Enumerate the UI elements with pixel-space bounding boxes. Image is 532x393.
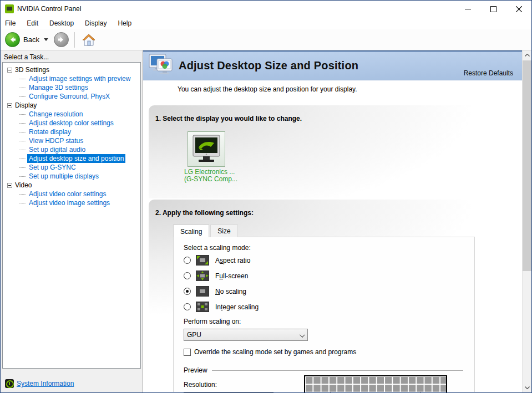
main-content: Adjust Desktop Size and Position Restore…	[143, 50, 531, 392]
tab-scaling[interactable]: Scaling	[173, 224, 209, 237]
settings-tabs: Scaling Size	[173, 224, 521, 237]
tree-item-set-up-digital-audio[interactable]: Set up digital audio	[3, 145, 140, 154]
display-select-section: 1. Select the display you would like to …	[149, 105, 521, 198]
back-button[interactable]	[5, 32, 20, 47]
tree-item-adjust-image-settings[interactable]: Adjust image settings with preview	[3, 74, 140, 83]
mode-aspect-ratio[interactable]: Aspect ratio	[184, 255, 474, 266]
tree-item-manage-3d-settings[interactable]: Manage 3D settings	[3, 83, 140, 92]
task-tree: 3D Settings Adjust image settings with p…	[2, 62, 141, 369]
mode-integer-scaling[interactable]: Integer scaling	[184, 302, 474, 312]
tree-item-configure-surround-physx[interactable]: Configure Surround, PhysX	[3, 92, 140, 101]
tree-item-rotate-display[interactable]: Rotate display	[3, 127, 140, 136]
collapse-icon[interactable]	[7, 103, 12, 108]
title-bar: NVIDIA Control Panel	[1, 1, 531, 17]
back-label: Back	[23, 35, 39, 44]
no-scaling-radio[interactable]	[184, 288, 191, 295]
preview-group: Preview	[184, 366, 474, 374]
override-row[interactable]: Override the scaling mode set by games a…	[184, 348, 474, 356]
tree-item-set-up-gsync[interactable]: Set up G-SYNC	[3, 163, 140, 172]
perform-scaling-label: Perform scaling on:	[184, 318, 474, 325]
section2-heading: 2. Apply the following settings:	[149, 200, 521, 217]
menu-help[interactable]: Help	[113, 18, 136, 28]
maximize-icon	[490, 6, 496, 12]
toolbar-separator	[74, 32, 75, 48]
home-button[interactable]	[80, 32, 97, 48]
minimize-icon	[465, 6, 471, 12]
home-icon	[82, 34, 95, 46]
info-icon	[5, 379, 14, 388]
display-name: LG Electronics ... (G-SYNC Comp...	[184, 169, 521, 183]
toolbar: Back	[1, 29, 531, 50]
resolution-dropdown[interactable]: 2560 x 1440 (current)	[184, 392, 273, 392]
back-history-dropdown[interactable]	[44, 38, 48, 41]
close-button[interactable]	[506, 1, 531, 17]
collapse-icon[interactable]	[7, 68, 12, 73]
tree-item-adjust-desktop-color[interactable]: Adjust desktop color settings	[3, 119, 140, 127]
app-window: NVIDIA Control Panel File Edit Desktop D…	[0, 0, 532, 393]
perform-scaling-dropdown[interactable]: GPU	[184, 329, 308, 341]
system-information: System Information	[5, 379, 74, 388]
mode-no-scaling[interactable]: No scaling	[184, 286, 474, 297]
section1-heading: 1. Select the display you would like to …	[149, 105, 521, 123]
page-description: You can adjust the desktop size and posi…	[178, 85, 522, 93]
window-title: NVIDIA Control Panel	[17, 5, 81, 13]
minimize-button[interactable]	[455, 1, 480, 17]
system-information-link[interactable]: System Information	[17, 380, 74, 387]
aspect-ratio-radio[interactable]	[184, 257, 191, 264]
menu-display[interactable]: Display	[80, 18, 111, 28]
vertical-scrollbar[interactable]	[522, 50, 531, 392]
maximize-button[interactable]	[480, 1, 506, 17]
scroll-down-button[interactable]	[523, 383, 531, 392]
scaling-tab-panel: Select a scaling mode: Aspect ratio	[173, 237, 475, 392]
tree-item-view-hdcp-status[interactable]: View HDCP status	[3, 136, 140, 145]
collapse-icon[interactable]	[7, 183, 12, 188]
tree-group-video[interactable]: Video	[3, 181, 140, 190]
scroll-up-icon	[525, 54, 530, 57]
tree-item-change-resolution[interactable]: Change resolution	[3, 110, 140, 119]
tab-size[interactable]: Size	[210, 224, 237, 237]
override-label: Override the scaling mode set by games a…	[194, 348, 356, 356]
restore-defaults-button[interactable]: Restore Defaults	[464, 69, 513, 77]
tree-item-adjust-video-image[interactable]: Adjust video image settings	[3, 198, 140, 207]
forward-button[interactable]	[54, 32, 69, 47]
mode-label: No scaling	[215, 288, 246, 295]
sidebar-header: Select a Task...	[1, 50, 143, 63]
settings-section: 2. Apply the following settings: Scaling…	[149, 200, 521, 367]
full-screen-radio[interactable]	[184, 272, 191, 279]
tree-group-display[interactable]: Display	[3, 101, 140, 110]
mode-full-screen[interactable]: Full-screen	[184, 270, 474, 281]
integer-scaling-radio[interactable]	[184, 303, 191, 310]
scaling-mode-label: Select a scaling mode:	[184, 244, 474, 252]
menu-edit[interactable]: Edit	[22, 18, 43, 28]
scroll-up-button[interactable]	[523, 50, 531, 60]
monitor-nvidia-icon	[191, 134, 222, 164]
scaling-preview-pattern	[304, 375, 447, 392]
display-tile[interactable]	[188, 131, 225, 167]
page-banner: Adjust Desktop Size and Position Restore…	[143, 50, 522, 80]
menu-desktop[interactable]: Desktop	[45, 18, 78, 28]
mode-label: Full-screen	[215, 272, 248, 280]
full-screen-icon	[196, 270, 209, 281]
preview-group-rule	[212, 370, 463, 371]
mode-label: Integer scaling	[215, 303, 259, 311]
menu-file[interactable]: File	[5, 18, 20, 28]
aspect-ratio-icon	[196, 255, 209, 266]
integer-scaling-icon	[196, 302, 209, 312]
tree-item-adjust-video-color[interactable]: Adjust video color settings	[3, 190, 140, 198]
chevron-down-icon	[300, 332, 305, 338]
scroll-down-icon	[525, 386, 530, 389]
app-icon	[5, 4, 14, 13]
page-title: Adjust Desktop Size and Position	[179, 59, 358, 72]
override-checkbox[interactable]	[184, 349, 191, 356]
tree-item-adjust-desktop-size-position[interactable]: Adjust desktop size and position	[3, 154, 140, 163]
forward-arrow-icon	[58, 36, 65, 43]
task-sidebar: Select a Task... 3D Settings Adjust imag…	[1, 50, 143, 392]
tree-item-set-up-multiple-displays[interactable]: Set up multiple displays	[3, 172, 140, 181]
close-icon	[516, 6, 522, 12]
tree-group-3d-settings[interactable]: 3D Settings	[3, 65, 140, 74]
scrollbar-thumb[interactable]	[523, 60, 531, 271]
preview-group-label: Preview	[184, 366, 207, 374]
perform-scaling-value: GPU	[187, 331, 201, 339]
mode-label: Aspect ratio	[215, 257, 250, 264]
no-scaling-icon	[196, 286, 209, 297]
